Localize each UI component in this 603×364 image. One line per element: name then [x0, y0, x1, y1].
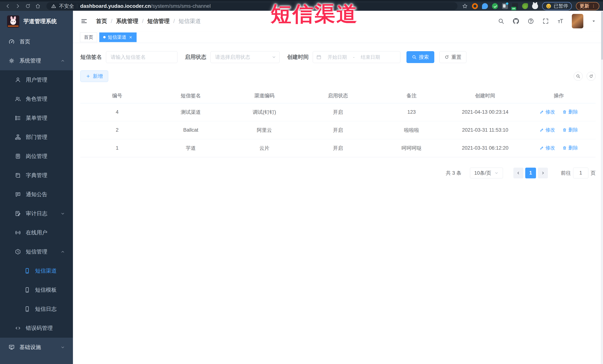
cell-created: 2021-03-31 06:12:20: [448, 139, 522, 157]
help-button[interactable]: [527, 18, 534, 25]
sidebar-item-label: 在线用户: [26, 229, 47, 236]
sidebar-item-dept-mgmt[interactable]: 部门管理: [0, 128, 73, 147]
browser-update-button[interactable]: 更新: [576, 2, 599, 10]
sidebar-item-label: 错误码管理: [26, 324, 53, 332]
close-icon[interactable]: [129, 35, 133, 39]
goto-page-input[interactable]: [573, 168, 588, 178]
dashboard-icon: [9, 39, 15, 45]
reset-button[interactable]: 重置: [439, 51, 466, 63]
user-avatar[interactable]: [572, 14, 583, 28]
phone-icon: [24, 306, 30, 312]
refresh-table-button[interactable]: [587, 72, 596, 81]
refresh-icon: [589, 74, 593, 78]
toggle-search-button[interactable]: [574, 72, 583, 81]
add-button[interactable]: 新增: [80, 70, 108, 82]
extension-plant-icon[interactable]: [522, 3, 528, 9]
extension-dark-icon[interactable]: on: [512, 3, 518, 9]
add-button-label: 新增: [93, 73, 103, 79]
table-row: 4 测试渠道 调试(钉钉) 开启 123 2021-04-13 00:23:14…: [80, 103, 596, 121]
browser-back-button[interactable]: [4, 2, 12, 10]
browser-right-controls: on 已暂停 更新: [462, 2, 599, 10]
next-page-button[interactable]: [538, 168, 548, 178]
caret-down-icon[interactable]: [591, 19, 596, 24]
extension-check-icon[interactable]: [492, 3, 498, 9]
browser-home-button[interactable]: [34, 2, 42, 10]
address-bar[interactable]: 不安全 dashboard.yudao.iocoder.cn/system/sm…: [46, 2, 457, 10]
header-search-button[interactable]: [498, 18, 505, 25]
cell-created: 2021-04-13 00:23:14: [448, 103, 522, 121]
status-select[interactable]: [210, 51, 280, 63]
browser-reload-button[interactable]: [24, 2, 32, 10]
sidebar-item-sms-mgmt[interactable]: 短信管理: [0, 242, 73, 261]
extension-paw-icon[interactable]: [532, 3, 538, 9]
breadcrumb-sms[interactable]: 短信管理: [147, 17, 170, 25]
table-row: 1 芋道 云片 开启 呵呵呵哒 2021-03-31 06:12:20 修改 删…: [80, 139, 596, 157]
browser-tab-strip: [0, 0, 603, 1]
font-size-button[interactable]: [557, 18, 564, 25]
sidebar-toggle-button[interactable]: [80, 17, 88, 25]
delete-link[interactable]: 删除: [562, 127, 578, 133]
sidebar-item-label: 通知公告: [26, 191, 47, 198]
extension-orange-icon[interactable]: [472, 3, 478, 9]
chevron-down-icon: [272, 55, 276, 59]
sidebar-item-system-mgmt[interactable]: 系统管理: [0, 51, 73, 70]
profile-paused-badge[interactable]: 已暂停: [542, 2, 572, 10]
browser-forward-button[interactable]: [14, 2, 22, 10]
cell-code: 阿里云: [228, 121, 301, 139]
sidebar-item-role-mgmt[interactable]: 角色管理: [0, 89, 73, 109]
status-select-input[interactable]: [210, 51, 280, 63]
sidebar-item-notice[interactable]: 通知公告: [0, 185, 73, 204]
prev-page-button[interactable]: [513, 168, 523, 178]
sidebar-item-user-mgmt[interactable]: 用户管理: [0, 70, 73, 89]
search-button[interactable]: 搜索: [406, 51, 434, 63]
sidebar-item-infrastructure[interactable]: 基础设施: [0, 338, 73, 357]
user-icon: [15, 77, 21, 83]
bookmark-star-icon[interactable]: [462, 3, 468, 9]
sidebar-item-sms-template[interactable]: 短信模板: [0, 280, 73, 299]
sidebar-item-home[interactable]: 首页: [0, 32, 73, 51]
sidebar-item-dict-mgmt[interactable]: 字典管理: [0, 166, 73, 185]
edit-icon: [540, 146, 544, 150]
sidebar-item-sms-log[interactable]: 短信日志: [0, 299, 73, 319]
sidebar-item-audit-log[interactable]: 审计日志: [0, 204, 73, 223]
breadcrumb-separator: /: [173, 18, 175, 24]
fullscreen-button[interactable]: [542, 18, 549, 25]
sidebar-item-menu-mgmt[interactable]: 菜单管理: [0, 109, 73, 128]
current-page-button[interactable]: 1: [525, 168, 536, 178]
extension-people-icon[interactable]: [502, 3, 508, 9]
delete-link[interactable]: 删除: [562, 109, 578, 115]
breadcrumb-home[interactable]: 首页: [96, 17, 107, 25]
sidebar-item-label: 短信日志: [35, 305, 57, 313]
date-start-input[interactable]: [323, 54, 351, 60]
audit-log-icon: [15, 210, 21, 217]
table-tools: [574, 72, 596, 81]
col-sign: 短信签名: [154, 88, 228, 103]
date-range-picker[interactable]: -: [313, 51, 400, 63]
emoji-face-icon: [546, 3, 551, 9]
tags-view-bar: 首页 短信渠道: [73, 32, 603, 43]
tab-sms-channel[interactable]: 短信渠道: [99, 33, 137, 42]
search-icon: [498, 18, 504, 24]
delete-label: 删除: [568, 145, 578, 151]
date-end-input[interactable]: [357, 54, 384, 60]
sign-input[interactable]: [106, 51, 177, 63]
breadcrumb-system[interactable]: 系统管理: [116, 17, 138, 25]
tab-home[interactable]: 首页: [80, 33, 97, 42]
page-size-select[interactable]: 10条/页: [470, 168, 503, 178]
scrollbar-thumb[interactable]: [601, 11, 603, 60]
edit-link[interactable]: 修改: [540, 109, 555, 115]
sidebar-item-error-code[interactable]: 错误码管理: [0, 319, 73, 338]
scrollbar-track[interactable]: [601, 11, 603, 364]
reload-icon: [25, 3, 31, 9]
extension-pin-icon[interactable]: [482, 3, 488, 9]
delete-link[interactable]: 删除: [562, 145, 578, 151]
tab-label: 首页: [84, 34, 93, 40]
sidebar-item-online-users[interactable]: 在线用户: [0, 223, 73, 242]
status-label: 启用状态: [185, 53, 206, 61]
sidebar-item-sms-channel[interactable]: 短信渠道: [0, 261, 73, 280]
github-button[interactable]: [512, 18, 520, 25]
edit-link[interactable]: 修改: [540, 145, 555, 151]
sidebar-item-post-mgmt[interactable]: 岗位管理: [0, 147, 73, 166]
sidebar-logo[interactable]: 芋道管理系统: [0, 11, 73, 32]
edit-link[interactable]: 修改: [540, 127, 555, 133]
